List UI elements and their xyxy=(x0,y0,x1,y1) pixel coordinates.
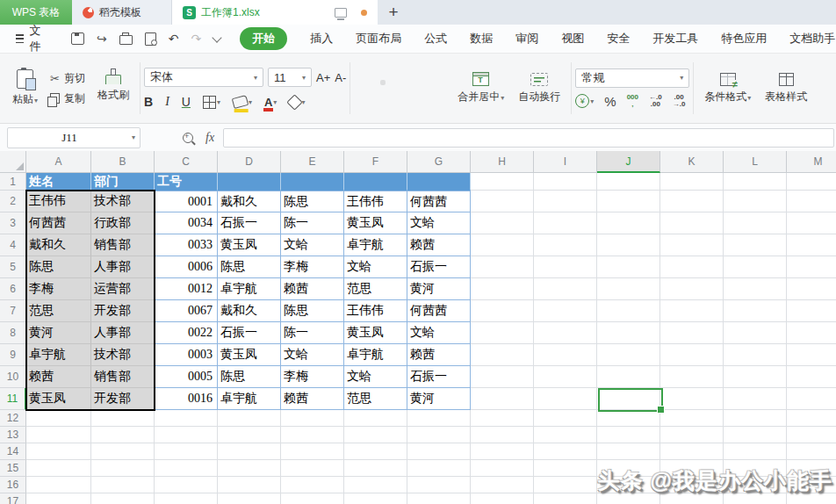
row-header-2[interactable]: 2 xyxy=(0,191,26,212)
grid-cell-D2[interactable]: 戴和久 xyxy=(218,191,281,212)
row-header-1[interactable]: 1 xyxy=(0,173,26,191)
number-format-select[interactable]: 常规▾ xyxy=(575,68,689,88)
grid-cell-B12[interactable] xyxy=(91,410,155,427)
redo-icon[interactable]: ↷ xyxy=(191,32,201,45)
grid-cell-M4[interactable] xyxy=(787,234,836,256)
grid-cell-I17[interactable] xyxy=(534,493,597,504)
grid-cell-D15[interactable] xyxy=(218,460,281,477)
grid-cell-H1[interactable] xyxy=(471,173,534,191)
grid-cell-F1[interactable] xyxy=(344,173,407,191)
row-header-3[interactable]: 3 xyxy=(0,212,26,234)
grid-cell-H16[interactable] xyxy=(471,477,534,493)
grid-cell-M3[interactable] xyxy=(787,212,836,234)
tab-special-apps[interactable]: 特色应用 xyxy=(721,31,767,47)
grid-cell-E8[interactable]: 陈一 xyxy=(281,322,344,344)
tab-data[interactable]: 数据 xyxy=(470,31,493,47)
row-header-14[interactable]: 14 xyxy=(0,443,26,460)
row-header-5[interactable]: 5 xyxy=(0,256,26,278)
grid-cell-A15[interactable] xyxy=(26,460,91,477)
column-header-C[interactable]: C xyxy=(155,151,218,173)
grid-cell-G13[interactable] xyxy=(407,427,471,443)
grid-cell-C15[interactable] xyxy=(155,460,218,477)
shrink-font-button[interactable]: A- xyxy=(335,71,346,84)
grid-cell-I6[interactable] xyxy=(534,278,597,300)
grid-cell-A10[interactable]: 赖茜 xyxy=(26,366,91,388)
grid-cell-L11[interactable] xyxy=(724,388,787,410)
grid-cell-H8[interactable] xyxy=(471,322,534,344)
grid-cell-E4[interactable]: 文蛤 xyxy=(281,234,344,256)
row-header-17[interactable]: 17 xyxy=(0,493,26,504)
grid-cell-D6[interactable]: 卓宇航 xyxy=(218,278,281,300)
grid-cell-F10[interactable]: 文蛤 xyxy=(344,366,407,388)
grid-cell-F8[interactable]: 黄玉凤 xyxy=(344,322,407,344)
paste-button[interactable]: 粘贴▾ xyxy=(5,69,45,107)
align-right-button[interactable] xyxy=(400,91,405,97)
grid-cell-I3[interactable] xyxy=(534,212,597,234)
tab-formulas[interactable]: 公式 xyxy=(424,31,447,47)
grid-cell-M2[interactable] xyxy=(787,191,836,212)
grid-cell-I12[interactable] xyxy=(534,410,597,427)
grid-cell-G8[interactable]: 文蛤 xyxy=(407,322,471,344)
grid-cell-M7[interactable] xyxy=(787,300,836,322)
tab-security[interactable]: 安全 xyxy=(607,31,630,47)
grid-cell-E14[interactable] xyxy=(281,443,344,460)
print-preview-icon[interactable] xyxy=(145,32,156,46)
tab-page-layout[interactable]: 页面布局 xyxy=(356,31,401,47)
fill-color-button[interactable]: ▾ xyxy=(233,97,252,107)
font-name-select[interactable]: 宋体▾ xyxy=(144,68,263,87)
grid-cell-E9[interactable]: 文蛤 xyxy=(281,344,344,366)
grid-cell-A8[interactable]: 黄河 xyxy=(26,322,91,344)
decrease-indent-button[interactable] xyxy=(419,80,424,85)
tab-review[interactable]: 审阅 xyxy=(515,31,538,47)
grid-cell-A12[interactable] xyxy=(26,410,91,427)
format-painter-button[interactable]: 格式刷 xyxy=(90,75,136,103)
grid-cell-D8[interactable]: 石振一 xyxy=(218,322,281,344)
grid-cell-H17[interactable] xyxy=(471,493,534,504)
grid-cell-E10[interactable]: 李梅 xyxy=(281,366,344,388)
grid-cell-B2[interactable]: 技术部 xyxy=(91,191,155,212)
grid-cell-C10[interactable]: 0005 xyxy=(155,366,218,388)
print-icon[interactable] xyxy=(119,35,133,45)
grid-cell-E3[interactable]: 陈一 xyxy=(281,212,344,234)
grid-cell-I10[interactable] xyxy=(534,366,597,388)
grid-cell-H2[interactable] xyxy=(471,191,534,212)
decrease-decimal-button[interactable]: .00 →.0 xyxy=(673,94,686,109)
underline-button[interactable]: U xyxy=(182,95,191,109)
grid-cell-B9[interactable]: 技术部 xyxy=(91,344,155,366)
grid-cell-B15[interactable] xyxy=(91,460,155,477)
grid-cell-K12[interactable] xyxy=(660,410,724,427)
grid-cell-I5[interactable] xyxy=(534,256,597,278)
grid-cell-J10[interactable] xyxy=(597,366,660,388)
grid-cell-A13[interactable] xyxy=(26,427,91,443)
grid-cell-D13[interactable] xyxy=(218,427,281,443)
grid-cell-L6[interactable] xyxy=(724,278,787,300)
grid-cell-I11[interactable] xyxy=(534,388,597,410)
grid-cell-B17[interactable] xyxy=(91,493,155,504)
tab-docer-templates[interactable]: 稻壳模板 xyxy=(72,0,172,25)
grid-cell-B6[interactable]: 运营部 xyxy=(91,278,155,300)
grid-cell-H11[interactable] xyxy=(471,388,534,410)
grid-cell-F13[interactable] xyxy=(344,427,407,443)
tab-dev-tools[interactable]: 开发工具 xyxy=(652,31,698,47)
grid-cell-K3[interactable] xyxy=(660,212,724,234)
row-header-9[interactable]: 9 xyxy=(0,344,26,366)
grid-cell-K6[interactable] xyxy=(660,278,724,300)
grid-cell-G12[interactable] xyxy=(407,410,471,427)
grid-cell-H5[interactable] xyxy=(471,256,534,278)
grid-cell-G2[interactable]: 何茜茜 xyxy=(407,191,471,212)
tab-wps-app[interactable]: WPS 表格 xyxy=(0,0,72,25)
grid-cell-I1[interactable] xyxy=(534,173,597,191)
grid-cell-G10[interactable]: 石振一 xyxy=(407,366,471,388)
grid-cell-E15[interactable] xyxy=(281,460,344,477)
grid-cell-B14[interactable] xyxy=(91,443,155,460)
grid-cell-I4[interactable] xyxy=(534,234,597,256)
grid-cell-H12[interactable] xyxy=(471,410,534,427)
column-header-D[interactable]: D xyxy=(218,151,281,173)
grid-cell-C9[interactable]: 0003 xyxy=(155,344,218,366)
grid-cell-C1[interactable]: 工号 xyxy=(155,173,218,191)
row-header-13[interactable]: 13 xyxy=(0,427,26,443)
row-header-11[interactable]: 11 xyxy=(0,388,26,410)
grid-cell-B11[interactable]: 开发部 xyxy=(91,388,155,410)
insert-function-button[interactable]: fx xyxy=(205,131,214,145)
grid-cell-G4[interactable]: 赖茜 xyxy=(407,234,471,256)
